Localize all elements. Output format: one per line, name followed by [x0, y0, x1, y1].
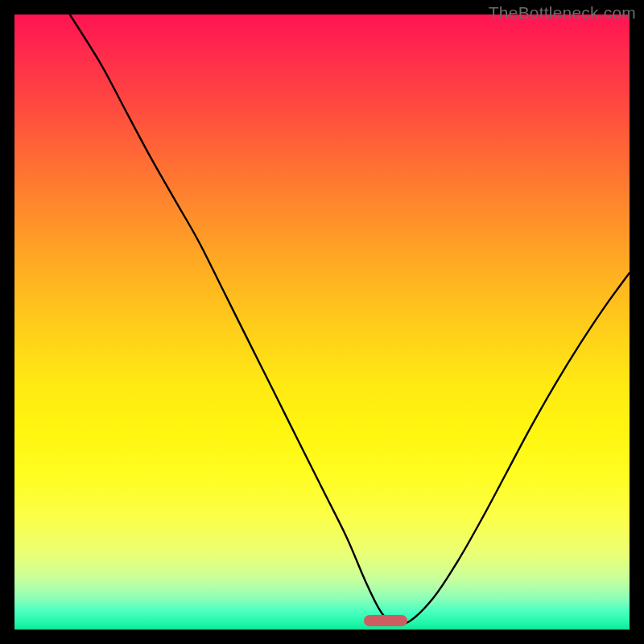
- plot-area: [14, 14, 630, 630]
- chart-frame: TheBottleneck.com: [0, 0, 644, 644]
- optimal-marker: [364, 615, 407, 626]
- watermark-text: TheBottleneck.com: [489, 3, 636, 23]
- bottleneck-curve: [14, 14, 630, 630]
